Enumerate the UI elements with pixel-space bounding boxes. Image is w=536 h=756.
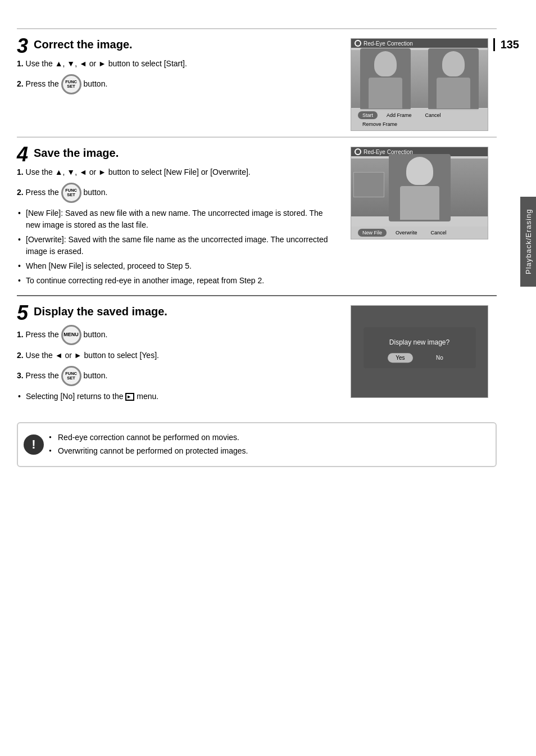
step3-title: Correct the image. [34, 38, 339, 51]
step3-item1: 1. Use the ▲, ▼, ◄ or ► button to select… [17, 58, 339, 70]
step4-item2: 2. Press the FUNC SET button. [17, 183, 339, 203]
step5-content: 1. Press the MENU button. 2. Use the ◄ o… [17, 325, 339, 402]
step4-bullet2: [Overwrite]: Saved with the same file na… [17, 234, 339, 257]
step3-photo-area [351, 50, 488, 108]
step4-screen: Red-Eye Correction New File Overwrite Ca [351, 147, 488, 239]
step3-content: 1. Use the ▲, ▼, ◄ or ► button to select… [17, 58, 339, 94]
step5-screen-buttons: Yes No [380, 353, 459, 363]
step3-section: 3 Correct the image. 1. Use the ▲, ▼, ◄ … [17, 28, 497, 137]
page-container: 135 Playback/Erasing 3 Correct the image… [0, 28, 536, 756]
btn-add-frame: Add Frame [382, 111, 416, 119]
func-set-button-1: FUNC SET [61, 74, 81, 94]
step3-left: 3 Correct the image. 1. Use the ▲, ▼, ◄ … [17, 38, 351, 131]
step5-dialog-text: Display new image? [380, 338, 459, 346]
step3-item2-num: 2. [17, 79, 24, 88]
step5-item1: 1. Press the MENU button. [17, 325, 339, 345]
notice-item-2: Overwriting cannot be performed on prote… [49, 445, 484, 458]
step4-header: 4 Save the image. [17, 147, 339, 160]
btn-remove-frame: Remove Frame [358, 120, 402, 128]
step5-right: Display new image? Yes No [351, 305, 497, 405]
body-right-1 [437, 78, 470, 108]
btn-new-file: New File [358, 229, 387, 237]
btn-no: No [428, 353, 451, 363]
or-label-1: or [89, 59, 96, 68]
step5-item3: 3. Press the FUNC SET button. [17, 366, 339, 386]
func-set-button-3: FUNC SET [61, 366, 81, 386]
step4-number: 4 [17, 144, 28, 165]
func-btn-inner-1: FUNC SET [65, 80, 77, 89]
person-left-1 [360, 48, 411, 110]
btn-overwrite: Overwrite [391, 229, 422, 237]
or-label-3: or [65, 351, 71, 360]
step3-screen-title: Red-Eye Correction [364, 40, 413, 47]
step4-title: Save the image. [34, 147, 339, 160]
notice-icon: ! [24, 434, 44, 455]
step4-left: 4 Save the image. 1. Use the ▲, ▼, ◄ or … [17, 147, 351, 289]
step5-dialog: Display new image? Yes No [364, 327, 476, 368]
step4-section: 4 Save the image. 1. Use the ▲, ▼, ◄ or … [17, 137, 497, 295]
step4-screen-buttons: New File Overwrite Cancel [351, 227, 488, 239]
person-right-1 [428, 48, 479, 110]
step4-photo-area [351, 159, 488, 216]
head-left-1 [374, 51, 397, 76]
step4-bullet3: When [New File] is selected, proceed to … [17, 260, 339, 272]
step4-thumb [353, 172, 384, 197]
step5-number: 5 [17, 303, 28, 323]
step3-number: 3 [17, 36, 28, 56]
func-btn-inner-3: FUNC SET [65, 372, 77, 381]
step3-screen: Red-Eye Correction St [351, 38, 488, 131]
step4-bullet1: [New File]: Saved as new file with a new… [17, 207, 339, 231]
btn-cancel-2: Cancel [426, 229, 451, 237]
step5-item2: 2. Use the ◄ or ► button to select [Yes]… [17, 350, 339, 361]
notice-item-1: Red-eye correction cannot be performed o… [49, 431, 484, 445]
step4-item1-num: 1. [17, 168, 24, 176]
head-right-2 [406, 157, 433, 185]
head-right-1 [442, 51, 465, 76]
step4-bullet4: To continue correcting red-eye in anothe… [17, 275, 339, 287]
step4-content: 1. Use the ▲, ▼, ◄ or ► button to select… [17, 166, 339, 287]
step5-item1-num: 1. [17, 330, 24, 339]
step3-screen-buttons: Start Add Frame Cancel Remove Frame [351, 109, 488, 130]
body-right-2 [400, 186, 439, 220]
main-content: 3 Correct the image. 1. Use the ▲, ▼, ◄ … [17, 28, 497, 467]
body-left-1 [369, 78, 402, 108]
step5-bullet1: Selecting [No] returns to the menu. [17, 391, 339, 402]
btn-start: Start [358, 111, 378, 119]
notice-box: ! Red-eye correction cannot be performed… [17, 422, 497, 467]
person-right-2 [389, 154, 451, 221]
step3-header: 3 Correct the image. [17, 38, 339, 51]
step5-screen: Display new image? Yes No [351, 305, 488, 398]
btn-yes: Yes [388, 353, 412, 363]
step4-right: Red-Eye Correction New File Overwrite Ca [351, 147, 497, 289]
step5-section: 5 Display the saved image. 1. Press the … [17, 295, 497, 411]
step5-title: Display the saved image. [34, 305, 339, 318]
step5-header: 5 Display the saved image. [17, 305, 339, 318]
step4-item2-num: 2. [17, 188, 24, 197]
step3-item1-num: 1. [17, 59, 24, 68]
step5-item2-num: 2. [17, 351, 24, 360]
red-eye-icon-1 [355, 40, 361, 47]
playback-icon [125, 393, 134, 401]
step3-screen-header: Red-Eye Correction [351, 39, 488, 48]
step5-item3-num: 3. [17, 371, 24, 380]
page-number: 135 [493, 38, 519, 51]
or-label-2: or [89, 168, 96, 176]
step3-item2: 2. Press the FUNC SET button. [17, 74, 339, 94]
func-set-button-2: FUNC SET [61, 183, 81, 203]
step4-item1: 1. Use the ▲, ▼, ◄ or ► button to select… [17, 166, 339, 178]
menu-button: MENU [61, 325, 81, 345]
btn-cancel-1: Cancel [421, 111, 446, 119]
step3-right: Red-Eye Correction St [351, 38, 497, 131]
red-eye-icon-2 [355, 148, 361, 155]
func-btn-inner-2: FUNC SET [65, 188, 77, 198]
side-tab: Playback/Erasing [520, 197, 536, 287]
step5-left: 5 Display the saved image. 1. Press the … [17, 305, 351, 405]
